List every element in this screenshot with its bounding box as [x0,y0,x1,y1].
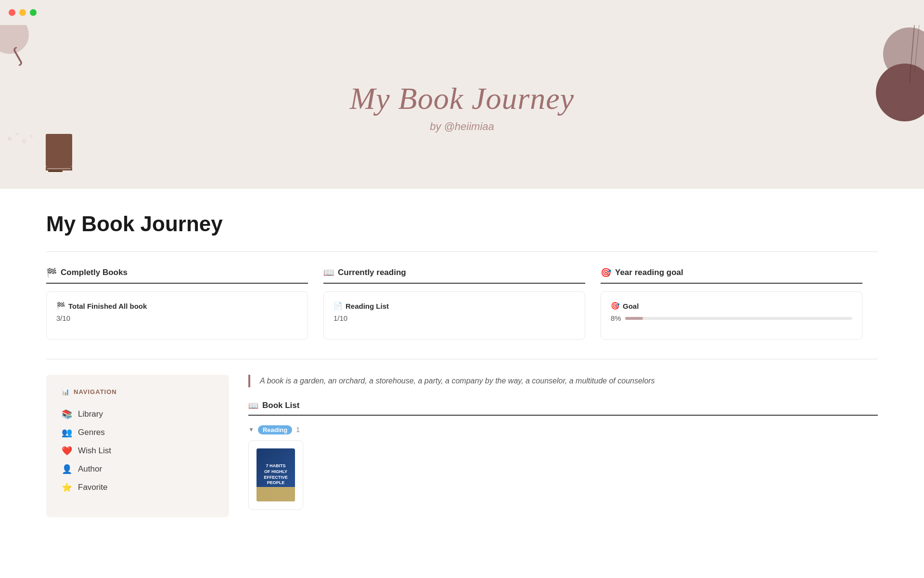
stat-section-goal: 🎯 Year reading goal 🎯 Goal 8% [601,267,878,340]
book-cover: 7 HABITSOF HIGHLYEFFECTIVEPEOPLE [257,448,295,501]
nav-item-favorite[interactable]: ⭐ Favorite [62,478,214,497]
stat-section-reading: 📖 Currently reading 📄 Reading List 1/10 [323,267,601,340]
stat-card-goal-title: 🎯 Goal [611,302,852,310]
hero-subtitle: by @heiimiaa [430,120,494,133]
stat-header-reading-label: Currently reading [338,268,406,277]
quote-block: A book is a garden, an orchard, a storeh… [248,375,878,387]
titlebar [0,0,924,25]
divider-mid [46,359,878,359]
minimize-button[interactable] [19,9,26,16]
reading-count: 1 [296,426,300,434]
page-title: My Book Journey [46,212,878,236]
svg-point-1 [15,132,18,135]
stat-card-completed-title: 🏁 Total Finished All book [56,302,298,310]
stat-header-completed-label: Completly Books [61,268,128,277]
nav-header: 📊 NAVIGATION [62,388,214,395]
stat-header-goal-label: Year reading goal [615,268,683,277]
reading-icon: 📖 [323,267,334,278]
decoration-pink-dots [5,129,34,150]
main-content: My Book Journey 🏁 Completly Books 🏁 Tota… [0,189,924,540]
progress-bar-fill [625,317,643,320]
stat-card-reading-value: 1/10 [334,314,575,322]
maximize-button[interactable] [30,9,37,16]
wishlist-icon: ❤️ [62,446,72,456]
stat-header-completed: 🏁 Completly Books [46,267,308,284]
reading-group: ▼ Reading 1 7 HABITSOF HIGHLYEFFECTIVEPE… [248,425,878,510]
nav-item-genres[interactable]: 👥 Genres [62,423,214,442]
svg-point-2 [22,139,26,144]
goal-card-icon: 🎯 [611,302,620,310]
close-button[interactable] [9,9,15,16]
svg-point-8 [883,27,924,80]
nav-chart-icon: 📊 [62,388,70,395]
book-cover-highlight [257,487,295,501]
divider-top [46,251,878,252]
book-icon-hero [43,134,77,179]
stat-card-reading-title: 📄 Reading List [334,302,575,310]
stat-card-completed-value: 3/10 [56,314,298,322]
library-icon: 📚 [62,409,72,420]
bottom-row: 📊 NAVIGATION 📚 Library 👥 Genres ❤️ Wish … [46,375,878,517]
genres-icon: 👥 [62,427,72,438]
goal-progress-container: 8% [611,314,852,322]
nav-item-wishlist[interactable]: ❤️ Wish List [62,442,214,460]
hero-banner: My Book Journey by @heiimiaa [0,25,924,189]
chevron-down-icon: ▼ [248,426,254,433]
navigation-panel: 📊 NAVIGATION 📚 Library 👥 Genres ❤️ Wish … [46,375,229,517]
reading-badge: Reading [258,425,292,434]
completed-icon: 🏁 [46,267,57,278]
stats-row: 🏁 Completly Books 🏁 Total Finished All b… [46,267,878,340]
stat-header-reading: 📖 Currently reading [323,267,585,284]
progress-bar-bg [625,317,852,320]
author-icon: 👤 [62,464,72,474]
book-list-icon: 📖 [248,401,258,411]
book-list-header: 📖 Book List [248,401,878,416]
nav-item-author[interactable]: 👤 Author [62,460,214,478]
svg-point-3 [30,135,33,138]
decoration-right [866,25,924,189]
svg-point-0 [8,137,12,141]
decoration-top-left [0,25,48,73]
nav-item-library[interactable]: 📚 Library [62,405,214,423]
quote-text: A book is a garden, an orchard, a storeh… [260,375,878,387]
goal-percent-label: 8% [611,314,621,322]
reading-group-header[interactable]: ▼ Reading 1 [248,425,878,434]
book-card[interactable]: 7 HABITSOF HIGHLYEFFECTIVEPEOPLE [248,440,303,510]
book-list-section: A book is a garden, an orchard, a storeh… [248,375,878,517]
book-cover-text: 7 HABITSOF HIGHLYEFFECTIVEPEOPLE [262,461,290,488]
svg-rect-4 [46,134,72,167]
favorite-icon: ⭐ [62,482,72,493]
svg-rect-7 [48,171,63,172]
hero-title: My Book Journey [350,81,574,117]
reading-card-icon: 📄 [334,302,343,310]
completed-card-icon: 🏁 [56,302,65,310]
stat-card-goal[interactable]: 🎯 Goal 8% [601,291,862,340]
stat-card-reading[interactable]: 📄 Reading List 1/10 [323,291,585,340]
stat-header-goal: 🎯 Year reading goal [601,267,862,284]
goal-icon: 🎯 [601,267,611,278]
stat-section-completed: 🏁 Completly Books 🏁 Total Finished All b… [46,267,323,340]
stat-card-completed[interactable]: 🏁 Total Finished All book 3/10 [46,291,308,340]
